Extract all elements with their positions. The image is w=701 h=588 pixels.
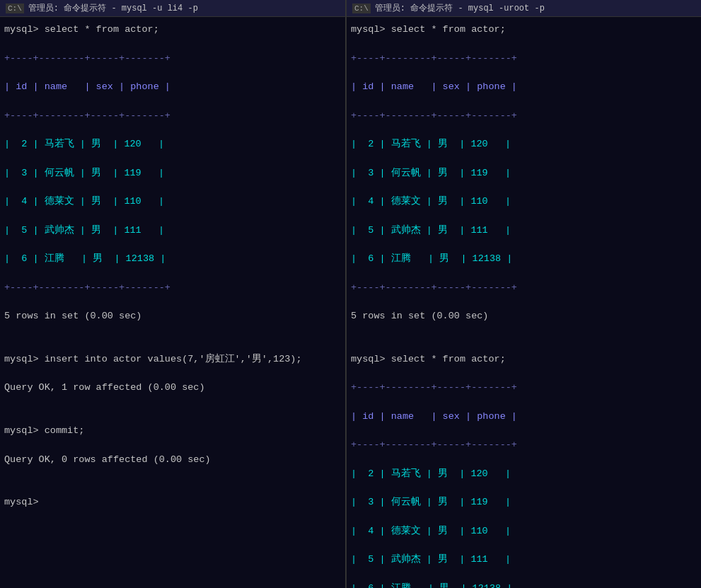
terminal-line: | 6 | 江腾 | 男 | 12138 | xyxy=(351,582,697,588)
terminal-line: +----+--------+-----+-------+ xyxy=(4,52,341,66)
terminal-line: | 5 | 武帅杰 | 男 | 111 | xyxy=(351,553,697,567)
terminal-line: 5 rows in set (0.00 sec) xyxy=(351,309,697,323)
left-terminal-title: 管理员: 命令提示符 - mysql -u li4 -p xyxy=(28,2,198,14)
terminal-line: | id | name | sex | phone | xyxy=(351,80,697,94)
right-title-bar: C:\ 管理员: 命令提示符 - mysql -uroot -p xyxy=(347,0,701,17)
terminal-line: | 2 | 马若飞 | 男 | 120 | xyxy=(351,467,697,481)
terminal-line: mysql> select * from actor; xyxy=(351,352,697,367)
terminal-line: | 3 | 何云帆 | 男 | 119 | xyxy=(351,166,697,180)
terminal-line: | 6 | 江腾 | 男 | 12138 | xyxy=(4,252,341,266)
terminal-line: | 4 | 德莱文 | 男 | 110 | xyxy=(4,195,341,209)
right-terminal-content: mysql> select * from actor; +----+------… xyxy=(347,17,701,588)
terminal-line: | id | name | sex | phone | xyxy=(4,80,341,94)
left-title-bar: C:\ 管理员: 命令提示符 - mysql -u li4 -p xyxy=(0,0,345,17)
terminal-line: Query OK, 1 row affected (0.00 sec) xyxy=(4,381,341,395)
terminal-line: | 3 | 何云帆 | 男 | 119 | xyxy=(4,166,341,180)
terminal-line: mysql> commit; xyxy=(4,424,341,438)
terminal-line: | 2 | 马若飞 | 男 | 120 | xyxy=(351,137,697,151)
right-terminal[interactable]: C:\ 管理员: 命令提示符 - mysql -uroot -p mysql> … xyxy=(347,0,701,588)
terminal-line: | 3 | 何云帆 | 男 | 119 | xyxy=(351,495,697,509)
terminal-line: mysql> xyxy=(4,495,341,509)
left-terminal-content: mysql> select * from actor; +----+------… xyxy=(0,17,345,588)
terminal-line: | 4 | 德莱文 | 男 | 110 | xyxy=(351,524,697,538)
terminal-line: mysql> select * from actor; xyxy=(4,23,341,37)
left-terminal[interactable]: C:\ 管理员: 命令提示符 - mysql -u li4 -p mysql> … xyxy=(0,0,347,588)
terminal-line: | 5 | 武帅杰 | 男 | 111 | xyxy=(4,224,341,238)
terminal-line: mysql> insert into actor values(7,'房虹江',… xyxy=(4,352,341,367)
terminal-line: | 6 | 江腾 | 男 | 12138 | xyxy=(351,252,697,266)
cmd-icon-right: C:\ xyxy=(352,4,371,13)
terminal-line: +----+--------+-----+-------+ xyxy=(351,438,697,452)
terminal-line: mysql> select * from actor; xyxy=(351,23,697,37)
terminal-line: | 5 | 武帅杰 | 男 | 111 | xyxy=(351,224,697,238)
terminal-line: +----+--------+-----+-------+ xyxy=(4,109,341,123)
terminal-line: +----+--------+-----+-------+ xyxy=(351,109,697,123)
cmd-icon-left: C:\ xyxy=(6,4,24,13)
terminal-line: +----+--------+-----+-------+ xyxy=(351,281,697,295)
terminal-line: | 2 | 马若飞 | 男 | 120 | xyxy=(4,137,341,151)
right-terminal-title: 管理员: 命令提示符 - mysql -uroot -p xyxy=(375,2,545,14)
terminal-line: | id | name | sex | phone | xyxy=(351,410,697,424)
terminal-line: | 4 | 德莱文 | 男 | 110 | xyxy=(351,195,697,209)
terminal-line: +----+--------+-----+-------+ xyxy=(351,52,697,66)
terminal-line: +----+--------+-----+-------+ xyxy=(4,281,341,295)
terminal-line: Query OK, 0 rows affected (0.00 sec) xyxy=(4,453,341,467)
terminal-line: 5 rows in set (0.00 sec) xyxy=(4,309,341,323)
terminal-line: +----+--------+-----+-------+ xyxy=(351,381,697,395)
